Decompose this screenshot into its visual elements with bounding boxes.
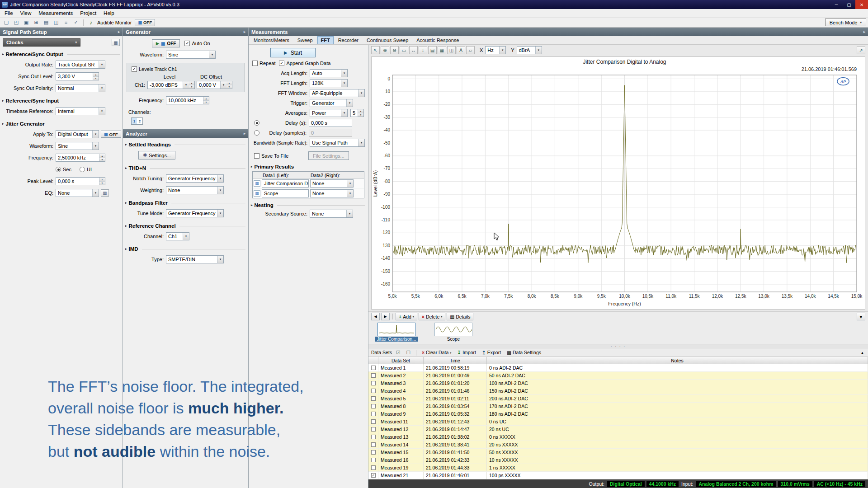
verify-icon[interactable]: ✓ bbox=[71, 19, 80, 27]
dataset-column-header[interactable]: Data Set bbox=[378, 357, 424, 364]
dataset-row-checkbox[interactable] bbox=[371, 419, 376, 424]
dataset-row[interactable]: Measured 1 21.06.2019 00:58:19 0 ns ADI-… bbox=[368, 364, 868, 372]
measurement-tab[interactable]: Acoustic Response bbox=[413, 36, 462, 44]
dataset-row[interactable]: Measured 4 21.06.2019 01:01:46 150 ns AD… bbox=[368, 387, 868, 395]
dataset-row-checkbox[interactable] bbox=[371, 435, 376, 439]
fft-window-select[interactable]: AP-Equiripple bbox=[310, 89, 365, 97]
details-button[interactable]: Details bbox=[447, 313, 473, 320]
dataset-row[interactable]: Measured 8 21.06.2019 01:03:54 170 ns AD… bbox=[368, 403, 868, 410]
measurement-tab[interactable]: Sweep bbox=[294, 36, 316, 44]
ui-radio[interactable] bbox=[80, 167, 85, 172]
collapse-datasets-icon[interactable] bbox=[859, 349, 865, 356]
section-settled-readings[interactable]: Settled Readings bbox=[125, 142, 245, 147]
close-button[interactable] bbox=[855, 0, 868, 9]
generator-frequency-input[interactable]: 10,0000 kHz bbox=[166, 96, 209, 104]
section-reference-sync-input[interactable]: Reference/Sync Input bbox=[2, 98, 120, 103]
spinner-buttons[interactable] bbox=[358, 109, 363, 117]
settled-settings-button[interactable]: Settings... bbox=[138, 151, 175, 160]
sync-out-polarity-select[interactable]: Normal bbox=[56, 84, 105, 92]
spinner-buttons[interactable] bbox=[203, 97, 209, 104]
section-thdn[interactable]: THD+N bbox=[125, 165, 245, 171]
delay-seconds-input[interactable]: 0,000 s bbox=[309, 119, 352, 127]
fft-plot[interactable]: 5,0k5,5k6,0k6,5k7,0k7,5k8,0k8,5k9,0k9,5k… bbox=[371, 56, 865, 310]
sequencer-icon[interactable]: ≡ bbox=[61, 19, 71, 27]
panel-pin-icon[interactable] bbox=[863, 30, 865, 34]
zoom-out-icon[interactable]: ⊖ bbox=[390, 46, 399, 54]
primary-result-row[interactable]: Scope None bbox=[253, 188, 364, 198]
split-view-icon[interactable]: ◫ bbox=[447, 46, 456, 54]
peak-level-input[interactable]: 0,000 s bbox=[56, 177, 105, 185]
jitter-on-off-toggle[interactable]: OFF bbox=[101, 131, 121, 138]
signal-path-layout-icon[interactable] bbox=[112, 39, 120, 46]
result-data2-select[interactable]: None bbox=[310, 189, 354, 197]
acq-length-select[interactable]: Auto bbox=[310, 69, 348, 77]
pan-horizontal-icon[interactable]: ↔ bbox=[409, 46, 418, 54]
delay-seconds-radio[interactable] bbox=[254, 120, 259, 126]
open-project-icon[interactable]: ◰ bbox=[12, 19, 21, 27]
dataset-row-checkbox[interactable] bbox=[371, 412, 376, 416]
dataset-row[interactable]: Measured 14 21.06.2019 01:38:41 20 ns XX… bbox=[368, 441, 868, 449]
secondary-source-select[interactable]: None bbox=[310, 210, 353, 218]
dataset-row-checkbox[interactable] bbox=[371, 458, 376, 462]
thumbnail-scope[interactable]: Scope bbox=[431, 323, 476, 342]
spinner-buttons[interactable] bbox=[99, 178, 105, 185]
dataset-row[interactable]: Measured 12 21.06.2019 01:14:47 20 ns UC bbox=[368, 426, 868, 433]
imd-type-select[interactable]: SMPTE/DIN bbox=[166, 255, 224, 263]
section-reference-channel[interactable]: Reference Channel bbox=[125, 223, 245, 229]
panel-pin-icon[interactable] bbox=[118, 30, 120, 34]
dataset-row[interactable]: Measured 16 21.06.2019 01:42:33 10 ns XX… bbox=[368, 456, 868, 464]
sec-radio[interactable] bbox=[56, 167, 61, 172]
output-rate-select[interactable]: Track Output SR bbox=[56, 61, 105, 69]
measurement-tab[interactable]: FFT bbox=[317, 36, 334, 44]
sync-out-level-input[interactable]: 3,300 V bbox=[56, 72, 99, 80]
menu-item[interactable]: Help bbox=[100, 9, 118, 17]
dataset-row-checkbox[interactable] bbox=[371, 404, 376, 408]
minimize-button[interactable] bbox=[830, 0, 843, 9]
result-data2-select[interactable]: None bbox=[310, 179, 354, 188]
import-button[interactable]: Import bbox=[455, 349, 478, 356]
grid-icon[interactable]: ▤ bbox=[428, 46, 437, 54]
ch1-level-input[interactable]: -3,000 dBFS bbox=[147, 81, 195, 89]
notes-column-header[interactable]: Notes bbox=[487, 357, 868, 364]
collapse-navigator-icon[interactable] bbox=[857, 313, 865, 320]
dataset-row-checkbox[interactable] bbox=[371, 389, 376, 393]
export-button[interactable]: Export bbox=[480, 349, 503, 356]
pan-vertical-icon[interactable]: ↕ bbox=[419, 46, 427, 54]
section-primary-results[interactable]: Primary Results bbox=[251, 164, 365, 169]
nav-back-button[interactable] bbox=[371, 313, 380, 320]
dataset-row-checkbox[interactable] bbox=[371, 366, 376, 370]
dataset-row[interactable]: Measured 5 21.06.2019 01:02:11 200 ns AD… bbox=[368, 395, 868, 403]
dataset-row[interactable]: Measured 9 21.06.2019 01:05:32 180 ns AD… bbox=[368, 410, 868, 418]
time-column-header[interactable]: Time bbox=[424, 357, 487, 364]
dataset-row-checkbox[interactable] bbox=[371, 442, 376, 447]
jitter-frequency-input[interactable]: 2,50000 kHz bbox=[56, 154, 105, 162]
weighting-select[interactable]: None bbox=[166, 186, 224, 194]
layout-icon[interactable]: ◫ bbox=[52, 19, 61, 27]
auto-on-checkbox[interactable] bbox=[184, 41, 190, 46]
tune-mode-select[interactable]: Generator Frequency bbox=[166, 209, 224, 217]
dataset-row[interactable]: Measured 21 21.06.2019 01:46:01 100 ps X… bbox=[368, 472, 868, 479]
measurement-tab[interactable]: Monitors/Meters bbox=[250, 36, 293, 44]
data-settings-button[interactable]: Data Settings bbox=[505, 349, 543, 356]
jitter-waveform-select[interactable]: Sine bbox=[56, 142, 99, 150]
spinner-buttons[interactable] bbox=[226, 81, 232, 89]
panel-pin-icon[interactable] bbox=[244, 30, 245, 34]
result-name-field[interactable]: Scope bbox=[262, 189, 309, 197]
fft-length-select[interactable]: 128K bbox=[310, 79, 348, 87]
bandwidth-select[interactable]: Use Signal Path bbox=[310, 139, 365, 147]
new-project-icon[interactable]: ▢ bbox=[2, 19, 11, 27]
measurement-tab[interactable]: Recorder bbox=[335, 36, 362, 44]
result-name-field[interactable]: Jitter Comparison Di bbox=[262, 179, 309, 188]
spinner-buttons[interactable] bbox=[189, 81, 195, 89]
dataset-row-checkbox[interactable] bbox=[371, 381, 376, 385]
trigger-select[interactable]: Generator bbox=[310, 99, 353, 107]
panel-splitter[interactable] bbox=[368, 344, 868, 348]
section-jitter-generator[interactable]: Jitter Generator bbox=[2, 121, 120, 127]
measurement-tab[interactable]: Continuous Sweep bbox=[363, 36, 412, 44]
dataset-row-checkbox[interactable] bbox=[371, 473, 376, 478]
averages-select[interactable]: Power bbox=[310, 109, 348, 117]
eq-select[interactable]: None bbox=[56, 189, 99, 197]
audible-monitor-toggle[interactable]: OFF bbox=[135, 19, 155, 26]
menu-item[interactable]: Project bbox=[76, 9, 100, 17]
delay-samples-input[interactable]: 0 bbox=[309, 129, 352, 137]
